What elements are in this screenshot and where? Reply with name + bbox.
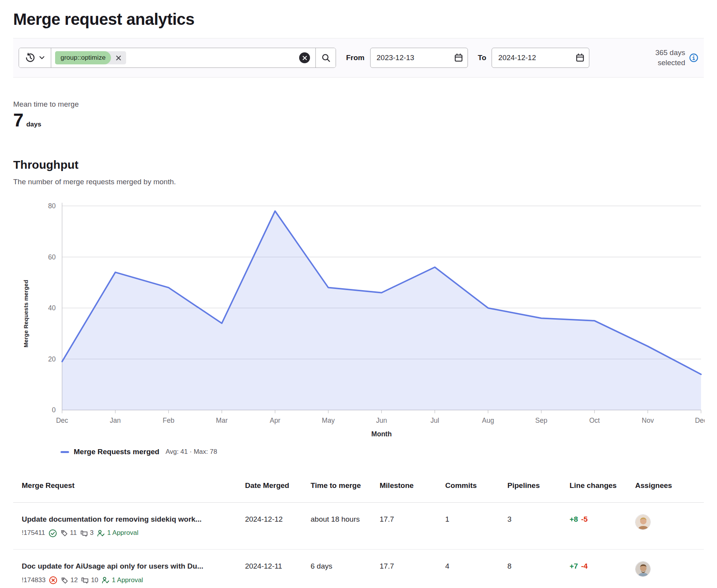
svg-text:Month: Month <box>371 430 392 438</box>
svg-text:Apr: Apr <box>270 417 280 424</box>
svg-text:60: 60 <box>48 253 56 261</box>
calendar-icon[interactable] <box>454 53 463 62</box>
labels-count: 11 <box>61 529 77 538</box>
filter-token-label: group::optimize <box>55 51 111 64</box>
time-to-merge-cell: about 18 hours <box>307 502 376 550</box>
approval-icon <box>97 529 105 537</box>
svg-text:Aug: Aug <box>482 417 494 424</box>
comments-icon <box>81 576 89 584</box>
throughput-title: Throughput <box>13 158 704 171</box>
comments-icon <box>80 529 88 537</box>
svg-text:Dec: Dec <box>695 417 705 424</box>
svg-text:Dec: Dec <box>56 417 68 424</box>
days-selected-text: 365 days selected <box>643 48 685 67</box>
filter-bar: group::optimize <box>13 38 704 78</box>
col-header-milestone: Milestone <box>376 474 442 502</box>
metric-label: Mean time to merge <box>13 100 704 109</box>
merge-request-link[interactable]: Doc update for AiUsage api only for user… <box>22 561 237 571</box>
svg-text:Nov: Nov <box>642 417 654 424</box>
merge-request-link[interactable]: Update documentation for removing sideki… <box>22 514 237 524</box>
metric-unit: days <box>26 121 42 128</box>
clear-icon <box>302 55 307 61</box>
merge-request-id: !175411 <box>22 529 45 538</box>
col-header-time-to-merge: Time to merge <box>307 474 376 502</box>
metric-value: 7 <box>13 111 24 130</box>
col-header-date-merged: Date Merged <box>241 474 307 502</box>
information-icon[interactable] <box>689 53 698 62</box>
search-icon <box>321 53 331 62</box>
lines-removed: -5 <box>581 515 588 523</box>
history-icon <box>25 53 35 63</box>
chart-legend: Merge Requests merged Avg: 41 · Max: 78 <box>61 448 704 456</box>
col-header-pipelines: Pipelines <box>504 474 566 502</box>
line-changes-cell: +8-5 <box>566 502 631 550</box>
col-header-merge-request: Merge Request <box>13 474 241 502</box>
legend-stats: Avg: 41 · Max: 78 <box>166 448 217 456</box>
lines-added: +7 <box>570 562 578 570</box>
approval-icon <box>102 576 109 584</box>
time-to-merge-cell: 6 days <box>307 550 376 588</box>
svg-text:Sep: Sep <box>535 417 547 424</box>
page-title: Merge request analytics <box>13 0 704 38</box>
svg-text:0: 0 <box>52 406 56 414</box>
svg-text:20: 20 <box>48 355 56 363</box>
svg-text:Jul: Jul <box>430 417 439 424</box>
search-history-dropdown[interactable] <box>19 48 51 67</box>
throughput-chart: Merge Requests merged 020406080DecJanFeb… <box>13 194 704 456</box>
approvals-link[interactable]: 1 Approval <box>97 529 138 538</box>
assignee-avatar[interactable] <box>635 561 651 577</box>
search-button[interactable] <box>315 48 336 67</box>
svg-text:May: May <box>322 417 335 424</box>
labels-count: 12 <box>61 576 78 585</box>
date-range-from: From <box>346 48 468 68</box>
assignee-avatar[interactable] <box>635 514 651 530</box>
svg-text:Jan: Jan <box>110 417 121 424</box>
filtered-search: group::optimize <box>19 48 336 68</box>
svg-text:40: 40 <box>48 304 56 312</box>
line-changes-cell: +7-4 <box>566 550 631 588</box>
commits-cell: 4 <box>442 550 504 588</box>
to-label: To <box>478 54 487 62</box>
mean-time-to-merge-metric: Mean time to merge 7 days <box>13 100 704 130</box>
date-merged-cell: 2024-12-12 <box>241 502 307 550</box>
svg-text:Feb: Feb <box>163 417 174 424</box>
milestone-cell: 17.7 <box>376 550 442 588</box>
legend-swatch <box>61 451 69 453</box>
lines-removed: -4 <box>581 562 588 570</box>
from-date-input[interactable] <box>370 48 468 68</box>
table-row: Update documentation for removing sideki… <box>13 502 704 550</box>
token-close-icon[interactable] <box>111 51 126 64</box>
table-row: Doc update for AiUsage api only for user… <box>13 550 704 588</box>
col-header-commits: Commits <box>442 474 504 502</box>
svg-text:Oct: Oct <box>589 417 600 424</box>
filter-token[interactable]: group::optimize <box>55 51 126 64</box>
chevron-down-icon <box>39 56 45 60</box>
label-icon <box>61 577 68 584</box>
from-label: From <box>346 54 365 62</box>
calendar-icon[interactable] <box>575 53 585 62</box>
pipeline-failed-icon[interactable] <box>49 576 57 585</box>
lines-added: +8 <box>570 515 578 523</box>
svg-text:Mar: Mar <box>216 417 228 424</box>
label-icon <box>61 529 68 537</box>
approvals-link[interactable]: 1 Approval <box>102 576 143 585</box>
svg-text:Jun: Jun <box>376 417 387 424</box>
area-chart: 020406080DecJanFebMarAprMayJunJulAugSepO… <box>23 194 705 445</box>
svg-text:80: 80 <box>48 202 56 210</box>
comments-count: 3 <box>80 529 94 538</box>
search-input[interactable]: group::optimize <box>51 48 315 67</box>
to-date-input[interactable] <box>492 48 589 68</box>
throughput-description: The number of merge requests merged by m… <box>13 178 704 186</box>
comments-count: 10 <box>81 576 98 585</box>
col-header-assignees: Assignees <box>631 474 704 502</box>
clear-search-button[interactable] <box>299 52 310 63</box>
merge-request-id: !174833 <box>22 576 45 585</box>
milestone-cell: 17.7 <box>376 502 442 550</box>
date-merged-cell: 2024-12-11 <box>241 550 307 588</box>
pipelines-cell: 3 <box>504 502 566 550</box>
pipelines-cell: 8 <box>504 550 566 588</box>
merge-requests-table: Merge Request Date Merged Time to merge … <box>13 474 704 588</box>
legend-series-label: Merge Requests merged <box>74 448 159 456</box>
pipeline-passed-icon[interactable] <box>48 529 57 538</box>
date-range-to: To <box>478 48 590 68</box>
